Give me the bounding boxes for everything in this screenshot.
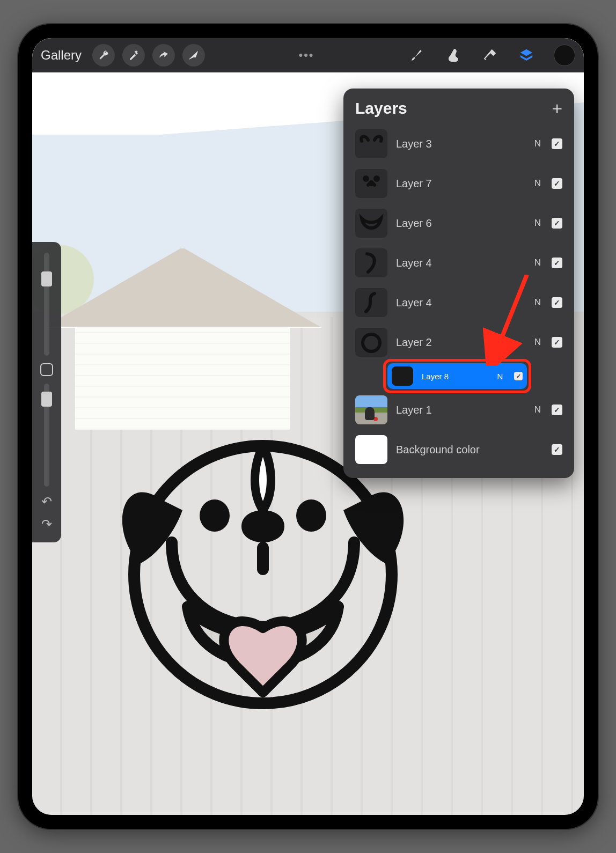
layer-visibility-checkbox[interactable]: ✓ [552,297,562,308]
layers-tool-button[interactable] [517,46,536,64]
layers-panel: Layers + Layer 3N✓Layer 7N✓Layer 6N✓Laye… [343,89,574,478]
layer-row[interactable]: Layer 3N✓ [350,125,568,163]
svg-point-2 [296,499,326,532]
layer-label: Layer 2 [396,336,524,349]
layer-label: Layer 8 [422,372,486,381]
layer-visibility-checkbox[interactable]: ✓ [552,337,562,348]
smudge-icon [445,47,461,63]
house [64,247,300,408]
layer-label: Background color [396,444,524,456]
layer-visibility-checkbox[interactable]: ✓ [552,218,562,229]
undo-button[interactable]: ↶ [41,494,52,509]
color-picker-button[interactable] [554,45,575,66]
layer-row-background[interactable]: Background color✓ [350,431,568,468]
layer-row[interactable]: Layer 7N✓ [350,165,568,202]
add-layer-button[interactable]: + [552,99,562,117]
wrench-icon [98,49,109,61]
layer-label: Layer 4 [396,297,524,309]
smudge-tool-button[interactable] [444,46,463,64]
brush-tool-button[interactable] [408,46,426,64]
layer-label: Layer 7 [396,178,524,190]
layer-blend-mode[interactable]: N [532,297,543,308]
layer-blend-mode[interactable]: N [532,178,543,189]
layer-visibility-checkbox[interactable]: ✓ [552,444,562,455]
layer-thumbnail [355,209,387,238]
eyedropper-button[interactable] [40,363,53,376]
transform-move-button[interactable] [182,44,205,67]
eraser-tool-button[interactable] [481,46,499,64]
adjustments-wand-button[interactable] [122,44,145,67]
layer-blend-mode[interactable]: N [495,372,505,381]
layer-thumbnail [355,248,387,277]
layer-thumbnail [355,435,387,464]
move-icon [188,49,200,61]
screen: Gallery ••• [32,38,584,815]
layer-visibility-checkbox[interactable]: ✓ [552,258,562,268]
layer-label: Layer 3 [396,138,524,150]
layer-thumbnail [392,366,413,386]
actions-wrench-button[interactable] [92,44,115,67]
eraser-icon [482,47,498,63]
layer-thumbnail [355,288,387,317]
layer-blend-mode[interactable]: N [532,218,543,229]
layer-label: Layer 4 [396,257,524,269]
brush-icon [409,47,425,63]
layer-visibility-checkbox[interactable]: ✓ [552,138,562,149]
layer-thumbnail [355,395,387,424]
ipad-device-frame: Gallery ••• [18,24,598,829]
more-menu-button[interactable]: ••• [212,48,400,62]
layer-row[interactable]: Layer 1N✓ [350,391,568,429]
layer-thumbnail [355,169,387,198]
layer-label: Layer 1 [396,404,524,416]
layer-visibility-checkbox[interactable]: ✓ [552,178,562,189]
layer-blend-mode[interactable]: N [532,405,543,415]
svg-point-1 [200,499,230,532]
layers-panel-title: Layers [355,99,407,117]
layer-thumbnail [355,328,387,357]
layer-blend-mode[interactable]: N [532,138,543,149]
layer-visibility-checkbox[interactable]: ✓ [514,372,523,380]
selection-button[interactable] [152,44,175,67]
brush-opacity-slider[interactable] [44,384,49,487]
svg-point-4 [375,177,378,180]
layers-icon [518,47,534,63]
redo-button[interactable]: ↷ [41,517,52,532]
brush-size-slider[interactable] [44,253,49,356]
svg-point-5 [363,334,380,351]
layer-row[interactable]: Layer 8N✓ [387,363,527,389]
layer-row[interactable]: Layer 4N✓ [350,284,568,321]
side-slider-panel: ↶ ↷ [32,242,61,542]
svg-point-3 [364,177,368,180]
layer-blend-mode[interactable]: N [532,337,543,348]
top-toolbar: Gallery ••• [32,38,584,72]
gallery-button[interactable]: Gallery [41,48,82,63]
layer-row[interactable]: Layer 2N✓ [350,323,568,361]
wand-icon [128,49,140,61]
layer-blend-mode[interactable]: N [532,258,543,268]
layer-visibility-checkbox[interactable]: ✓ [552,405,562,415]
layer-label: Layer 6 [396,217,524,230]
layer-row[interactable]: Layer 4N✓ [350,244,568,282]
layer-thumbnail [355,129,387,158]
layer-row[interactable]: Layer 6N✓ [350,204,568,242]
select-icon [158,49,170,61]
